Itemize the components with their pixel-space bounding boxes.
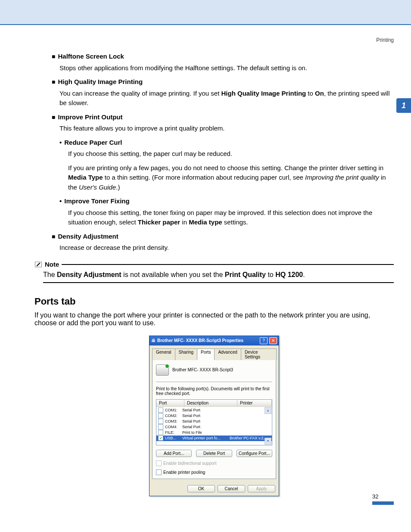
feature-body: Stops other applications from modifying … bbox=[59, 63, 394, 73]
tab-advanced[interactable]: Advanced bbox=[214, 348, 241, 360]
printer-glyph-icon: 🖶 bbox=[151, 338, 156, 343]
feature-heading: ■Density Adjustment bbox=[52, 232, 394, 242]
ports-panel: Brother MFC- XXXX BR-Script3 Print to th… bbox=[152, 360, 276, 479]
add-port-button[interactable]: Add Port... bbox=[156, 450, 192, 457]
sub-feature-heading: •Improve Toner Fixing bbox=[59, 196, 394, 206]
col-port[interactable]: Port bbox=[156, 400, 184, 406]
body-content: ■Halftone Screen LockStops other applica… bbox=[34, 52, 394, 253]
col-printer[interactable]: Printer bbox=[237, 400, 272, 406]
sub-feature-body: If you choose this setting, the toner fi… bbox=[68, 208, 394, 227]
properties-dialog: 🖶 Brother MFC- XXXX BR-Script3 Propertie… bbox=[149, 336, 279, 496]
page-number: 32 bbox=[372, 493, 394, 505]
help-button[interactable]: ? bbox=[260, 337, 268, 344]
feature-heading: ■Halftone Screen Lock bbox=[52, 52, 394, 62]
ports-heading: Ports tab bbox=[34, 296, 394, 307]
port-row[interactable]: ✔USB...Virtual printer port fo...Brother… bbox=[156, 436, 272, 441]
feature-body: This feature allows you to improve a pri… bbox=[59, 124, 394, 134]
running-header: Printing bbox=[34, 25, 394, 52]
note-label: Note bbox=[45, 261, 59, 268]
sub-feature-heading: •Reduce Paper Curl bbox=[59, 138, 394, 148]
ok-button[interactable]: OK bbox=[187, 485, 215, 492]
tab-general[interactable]: General bbox=[152, 348, 175, 360]
chapter-tab: 1 bbox=[396, 98, 411, 113]
printer-pooling-checkbox[interactable]: Enable printer pooling bbox=[156, 470, 272, 475]
printer-name: Brother MFC- XXXX BR-Script3 bbox=[172, 367, 233, 372]
scroll-down-icon[interactable]: ▾ bbox=[265, 438, 271, 445]
configure-port-button[interactable]: Configure Port... bbox=[237, 450, 272, 457]
ports-intro: If you want to change the port where you… bbox=[34, 311, 394, 327]
port-row[interactable]: COM1:Serial Port bbox=[156, 408, 272, 413]
sub-feature-body: If you choose this setting, the paper cu… bbox=[68, 149, 394, 159]
feature-heading: ■High Quality Image Printing bbox=[52, 77, 394, 87]
bidirectional-checkbox: Enable bidirectional support bbox=[156, 460, 272, 466]
feature-heading: ■Improve Print Output bbox=[52, 112, 394, 122]
col-description[interactable]: Description bbox=[184, 400, 237, 406]
dialog-title: Brother MFC- XXXX BR-Script3 Properties bbox=[157, 338, 258, 343]
port-row[interactable]: COM4:Serial Port bbox=[156, 424, 272, 430]
top-accent-bar bbox=[0, 0, 411, 25]
cancel-button[interactable]: Cancel bbox=[218, 485, 245, 492]
delete-port-button[interactable]: Delete Port bbox=[196, 450, 232, 457]
scroll-up-icon[interactable]: ▴ bbox=[265, 407, 271, 414]
ports-instruction: Print to the following port(s). Document… bbox=[156, 386, 272, 396]
tab-device-settings[interactable]: Device Settings bbox=[241, 348, 277, 360]
dialog-tabs: GeneralSharingPortsAdvancedDevice Settin… bbox=[149, 345, 279, 360]
close-button[interactable]: ✕ bbox=[269, 337, 277, 344]
ports-table[interactable]: Port Description Printer COM1:Serial Por… bbox=[156, 399, 272, 445]
apply-button: Apply bbox=[248, 485, 275, 492]
dialog-titlebar[interactable]: 🖶 Brother MFC- XXXX BR-Script3 Propertie… bbox=[149, 336, 279, 345]
feature-body: You can increase the quality of image pr… bbox=[59, 89, 394, 108]
printer-icon bbox=[156, 364, 169, 376]
tab-sharing[interactable]: Sharing bbox=[175, 348, 197, 360]
tab-ports[interactable]: Ports bbox=[197, 348, 215, 360]
sub-feature-body: If you are printing only a few pages, yo… bbox=[68, 163, 394, 193]
note-body: The Density Adjustment is not available … bbox=[43, 271, 394, 283]
feature-body: Increase or decrease the print density. bbox=[59, 243, 394, 253]
pencil-icon bbox=[34, 261, 42, 268]
port-row[interactable]: COM3:Serial Port bbox=[156, 419, 272, 424]
note-block: Note The Density Adjustment is not avail… bbox=[34, 261, 394, 283]
port-row[interactable]: COM2:Serial Port bbox=[156, 413, 272, 419]
port-row[interactable]: FILE:Print to File bbox=[156, 430, 272, 436]
